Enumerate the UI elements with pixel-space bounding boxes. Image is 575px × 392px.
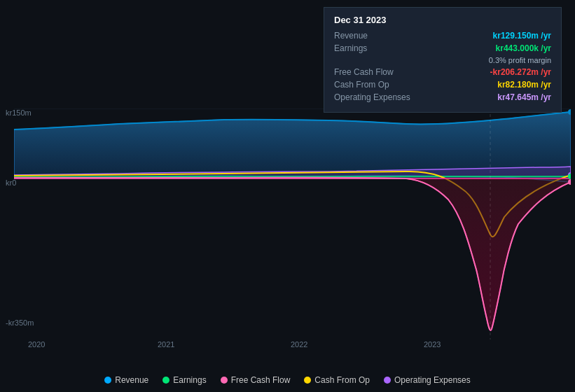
tooltip-value-fcf: -kr206.272m /yr [490, 67, 551, 77]
legend-dot-opex [384, 377, 391, 384]
tooltip-row-fcf: Free Cash Flow -kr206.272m /yr [334, 67, 551, 77]
legend-revenue: Revenue [104, 375, 148, 385]
x-label-2022: 2022 [291, 340, 307, 349]
tooltip-label-revenue: Revenue [334, 31, 425, 41]
tooltip-row-cashfromop: Cash From Op kr82.180m /yr [334, 80, 551, 90]
legend-label-opex: Operating Expenses [394, 375, 471, 385]
legend: Revenue Earnings Free Cash Flow Cash Fro… [0, 375, 575, 385]
legend-dot-cashfromop [304, 377, 311, 384]
legend-label-revenue: Revenue [115, 375, 148, 385]
legend-dot-earnings [162, 377, 169, 384]
legend-dot-revenue [104, 377, 111, 384]
tooltip-row-opex: Operating Expenses kr47.645m /yr [334, 92, 551, 102]
x-label-2023: 2023 [424, 340, 441, 349]
chart-container: Dec 31 2023 Revenue kr129.150m /yr Earni… [0, 0, 575, 392]
x-label-2020: 2020 [28, 340, 45, 349]
tooltip-row-earnings-sub: 0.3% profit margin [334, 56, 551, 64]
legend-label-earnings: Earnings [173, 375, 206, 385]
tooltip-label-opex: Operating Expenses [334, 92, 425, 102]
legend-dot-fcf [221, 377, 228, 384]
tooltip-row-revenue: Revenue kr129.150m /yr [334, 31, 551, 41]
chart-svg [14, 108, 571, 340]
tooltip-title: Dec 31 2023 [334, 15, 551, 25]
legend-earnings: Earnings [162, 375, 206, 385]
legend-fcf: Free Cash Flow [221, 375, 291, 385]
tooltip-label-fcf: Free Cash Flow [334, 67, 425, 77]
x-label-2021: 2021 [158, 340, 174, 349]
tooltip-value-opex: kr47.645m /yr [497, 92, 551, 102]
tooltip-value-revenue: kr129.150m /yr [493, 31, 551, 41]
tooltip-profit-margin: 0.3% profit margin [489, 56, 551, 64]
legend-cashfromop: Cash From Op [304, 375, 370, 385]
legend-label-cashfromop: Cash From Op [314, 375, 370, 385]
tooltip-row-earnings: Earnings kr443.000k /yr [334, 43, 551, 53]
tooltip-value-cashfromop: kr82.180m /yr [497, 80, 551, 90]
tooltip-box: Dec 31 2023 Revenue kr129.150m /yr Earni… [324, 7, 562, 113]
tooltip-label-earnings: Earnings [334, 43, 425, 53]
legend-opex: Operating Expenses [384, 375, 471, 385]
legend-label-fcf: Free Cash Flow [231, 375, 291, 385]
tooltip-value-earnings: kr443.000k /yr [496, 43, 551, 53]
tooltip-label-cashfromop: Cash From Op [334, 80, 425, 90]
